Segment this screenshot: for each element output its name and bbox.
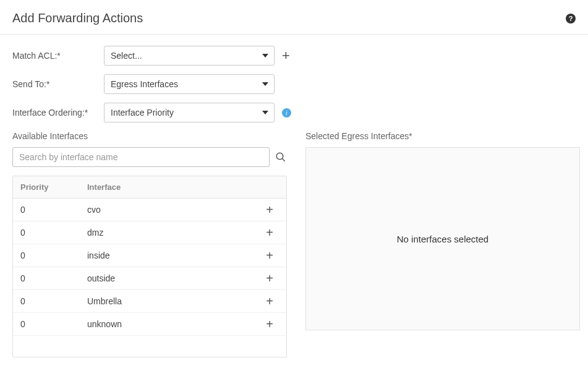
cell-interface: Umbrella xyxy=(87,296,260,306)
table-row-spacer xyxy=(13,336,286,357)
add-interface-icon[interactable]: + xyxy=(260,249,279,262)
cell-priority: 0 xyxy=(20,296,87,306)
cell-interface: unknown xyxy=(87,319,260,329)
selected-interfaces-box: No interfaces selected xyxy=(305,147,580,330)
add-interface-icon[interactable]: + xyxy=(260,295,279,307)
available-interfaces-table: Priority Interface 0 cvo + 0 dmz xyxy=(12,176,287,357)
add-interface-icon[interactable]: + xyxy=(260,272,279,285)
interfaces-dual-pane: Available Interfaces Priority Interface xyxy=(12,131,576,357)
cell-interface: cvo xyxy=(87,205,260,215)
cell-interface: dmz xyxy=(87,228,260,237)
table-body: 0 cvo + 0 dmz + 0 inside + xyxy=(13,199,286,357)
add-interface-icon[interactable]: + xyxy=(260,226,279,239)
table-row: 0 outside + xyxy=(13,267,286,290)
table-row: 0 dmz + xyxy=(13,221,286,244)
add-acl-icon[interactable]: + xyxy=(282,49,290,62)
table-row: 0 inside + xyxy=(13,244,286,267)
send-to-row: Send To:* Egress Interfaces xyxy=(12,74,576,94)
help-icon[interactable]: ? xyxy=(566,14,576,24)
available-interfaces-title: Available Interfaces xyxy=(12,131,287,141)
dialog-body: Match ACL:* Select... + Send To:* Egress… xyxy=(0,35,588,368)
interface-search-input[interactable] xyxy=(12,147,270,167)
match-acl-select[interactable]: Select... xyxy=(104,46,275,66)
add-interface-icon[interactable]: + xyxy=(260,318,279,330)
selected-interfaces-title: Selected Egress Interfaces* xyxy=(305,131,580,141)
table-row: 0 Umbrella + xyxy=(13,290,286,313)
send-to-label: Send To:* xyxy=(12,79,104,89)
add-forwarding-actions-dialog: Add Forwarding Actions ? Match ACL:* Sel… xyxy=(0,0,588,368)
svg-point-0 xyxy=(276,153,283,160)
col-header-priority: Priority xyxy=(20,182,87,192)
cell-priority: 0 xyxy=(20,319,87,329)
dialog-header: Add Forwarding Actions ? xyxy=(0,0,588,35)
cell-priority: 0 xyxy=(20,205,87,215)
search-row xyxy=(12,147,287,167)
available-interfaces-pane: Available Interfaces Priority Interface xyxy=(12,131,287,357)
dialog-title: Add Forwarding Actions xyxy=(12,11,143,25)
selected-empty-text: No interfaces selected xyxy=(397,234,488,244)
cell-interface: inside xyxy=(87,250,260,260)
match-acl-label: Match ACL:* xyxy=(12,51,104,61)
table-header: Priority Interface xyxy=(13,176,286,199)
match-acl-row: Match ACL:* Select... + xyxy=(12,46,576,66)
info-icon[interactable]: i xyxy=(282,108,291,118)
cell-priority: 0 xyxy=(20,273,87,283)
add-interface-icon[interactable]: + xyxy=(260,203,279,216)
interface-ordering-select[interactable]: Interface Priority xyxy=(104,103,275,122)
interface-ordering-row: Interface Ordering:* Interface Priority … xyxy=(12,103,576,122)
table-row: 0 unknown + xyxy=(13,313,286,336)
send-to-select[interactable]: Egress Interfaces xyxy=(104,74,275,94)
cell-interface: outside xyxy=(87,273,260,283)
selected-interfaces-pane: Selected Egress Interfaces* No interface… xyxy=(305,131,580,357)
svg-line-1 xyxy=(282,158,285,161)
search-icon[interactable] xyxy=(275,151,287,163)
cell-priority: 0 xyxy=(20,228,87,237)
table-row: 0 cvo + xyxy=(13,199,286,221)
col-header-interface: Interface xyxy=(87,182,260,192)
cell-priority: 0 xyxy=(20,250,87,260)
interface-ordering-label: Interface Ordering:* xyxy=(12,108,104,118)
